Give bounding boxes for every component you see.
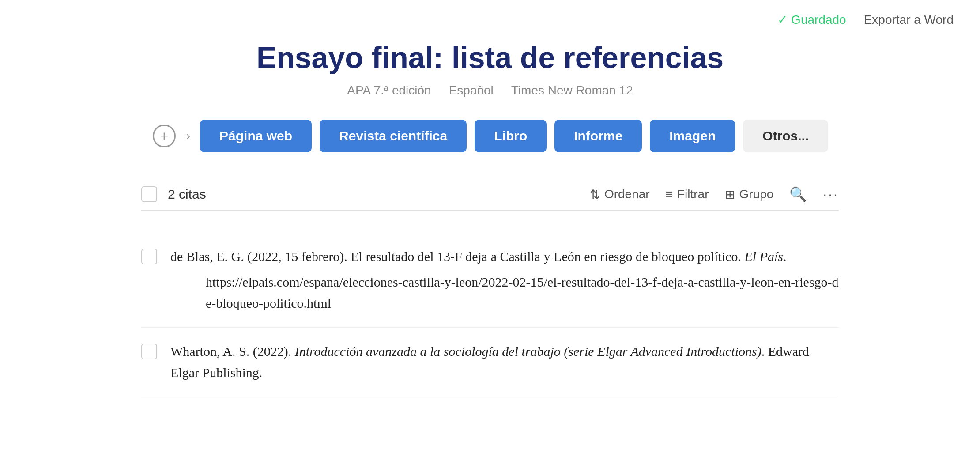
list-right: ⇅ Ordenar ≡ Filtrar ⊞ Grupo 🔍 ··· <box>590 186 839 203</box>
source-type-report-button[interactable]: Informe <box>554 120 642 152</box>
citation-2-text: Wharton, A. S. (2022). Introducción avan… <box>170 341 839 383</box>
citation-item: Wharton, A. S. (2022). Introducción avan… <box>141 328 839 397</box>
sort-icon: ⇅ <box>590 187 600 202</box>
source-type-web-button[interactable]: Página web <box>200 120 312 152</box>
sort-button[interactable]: ⇅ Ordenar <box>590 187 650 202</box>
main-content: Ensayo final: lista de referencias APA 7… <box>71 40 909 406</box>
citation-2-checkbox[interactable] <box>141 344 157 359</box>
citation-item: de Blas, E. G. (2022, 15 febrero). El re… <box>141 233 839 328</box>
search-icon: 🔍 <box>789 186 807 202</box>
source-type-book-button[interactable]: Libro <box>475 120 547 152</box>
search-button[interactable]: 🔍 <box>789 186 807 203</box>
citation-2-plain: Wharton, A. S. (2022). Introducción avan… <box>170 344 809 380</box>
citation-1-plain: de Blas, E. G. (2022, 15 febrero). El re… <box>170 249 787 264</box>
meta-info: APA 7.ª edición Español Times New Roman … <box>141 83 839 98</box>
check-icon: ✓ <box>777 12 788 27</box>
citations-list: de Blas, E. G. (2022, 15 febrero). El re… <box>141 224 839 406</box>
meta-font: Times New Roman 12 <box>511 83 633 98</box>
source-type-journal-button[interactable]: Revista científica <box>320 120 467 152</box>
citation-1-checkbox[interactable] <box>141 249 157 264</box>
sort-label: Ordenar <box>604 187 650 201</box>
meta-style: APA 7.ª edición <box>347 83 431 98</box>
list-controls: 2 citas ⇅ Ordenar ≡ Filtrar ⊞ Grupo 🔍 ··… <box>141 179 839 211</box>
source-type-others-button[interactable]: Otros... <box>743 120 828 152</box>
citation-1-text: de Blas, E. G. (2022, 15 febrero). El re… <box>170 246 839 314</box>
filter-icon: ≡ <box>666 187 673 201</box>
source-type-image-button[interactable]: Imagen <box>650 120 735 152</box>
more-options-button[interactable]: ··· <box>823 186 839 203</box>
saved-label-text: Guardado <box>791 13 846 27</box>
list-left: 2 citas <box>141 186 206 202</box>
export-word-button[interactable]: Exportar a Word <box>864 13 954 27</box>
cite-count: 2 citas <box>168 187 206 202</box>
group-label: Grupo <box>739 187 774 201</box>
page-title: Ensayo final: lista de referencias <box>141 40 839 75</box>
top-bar: ✓ Guardado Exportar a Word <box>0 0 980 31</box>
source-type-bar: + › Página web Revista científica Libro … <box>141 120 839 152</box>
filter-label: Filtrar <box>677 187 709 201</box>
saved-status: ✓ Guardado <box>777 12 846 27</box>
filter-button[interactable]: ≡ Filtrar <box>666 187 709 201</box>
plus-icon: + <box>153 125 176 147</box>
scroll-arrow-button[interactable]: › <box>185 129 192 143</box>
add-source-button[interactable]: + <box>152 124 177 148</box>
meta-language: Español <box>449 83 494 98</box>
select-all-checkbox[interactable] <box>141 186 157 202</box>
group-button[interactable]: ⊞ Grupo <box>725 187 774 202</box>
group-icon: ⊞ <box>725 187 735 202</box>
citation-1-url: https://elpais.com/espana/elecciones-cas… <box>170 272 839 314</box>
